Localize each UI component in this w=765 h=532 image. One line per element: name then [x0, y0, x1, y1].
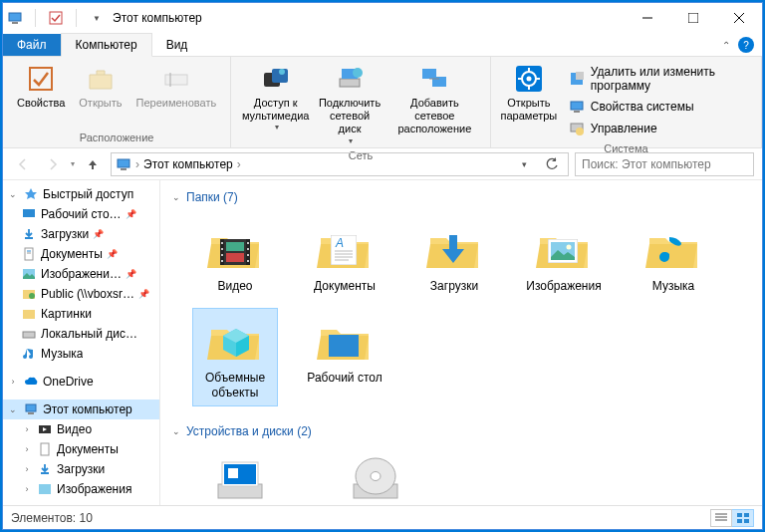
pin-icon: 📌 [126, 269, 136, 279]
tab-computer[interactable]: Компьютер [61, 33, 152, 57]
tab-file[interactable]: Файл [3, 34, 61, 56]
tree-this-pc[interactable]: ⌄Этот компьютер [3, 399, 159, 419]
folder-icon [21, 306, 37, 322]
separator [35, 9, 36, 27]
label: Открыть [79, 97, 122, 110]
manage-button[interactable]: Управление [565, 119, 749, 138]
drive-local[interactable] [192, 450, 288, 505]
cloud-icon [23, 374, 39, 390]
pin-icon: 📌 [107, 249, 118, 259]
folder-music[interactable]: Музыка [631, 216, 716, 300]
ribbon-group-system: Открыть параметры Удалить или изменить п… [491, 57, 762, 147]
close-button[interactable] [716, 3, 762, 33]
svg-point-56 [221, 260, 223, 262]
tree-downloads[interactable]: Загрузки📌 [3, 224, 159, 244]
expand-icon[interactable]: › [21, 424, 33, 434]
pin-icon: 📌 [138, 289, 149, 299]
label: Добавить сетевое расположение [393, 97, 476, 136]
media-access-button[interactable]: Доступ к мультимедиа▾ [239, 61, 312, 133]
help-icon[interactable]: ? [738, 37, 754, 53]
tree-desktop[interactable]: Рабочий сто…📌 [3, 204, 159, 224]
tree-public[interactable]: Public (\\vboxsr…📌 [3, 284, 159, 304]
up-button[interactable] [81, 152, 105, 176]
pc-icon [116, 156, 131, 172]
svg-rect-41 [23, 310, 35, 319]
expand-icon[interactable]: ⌄ [7, 189, 19, 199]
tree-pictures[interactable]: Картинки [3, 304, 159, 324]
folder-3d-objects[interactable]: Объемные объекты [192, 308, 278, 406]
document-icon [37, 441, 53, 457]
svg-rect-42 [23, 332, 35, 338]
map-drive-button[interactable]: Подключить сетевой диск▾ [314, 61, 385, 147]
svg-rect-46 [41, 443, 49, 455]
expand-icon[interactable]: › [21, 464, 33, 474]
refresh-button[interactable] [540, 152, 564, 176]
ribbon-collapse-icon[interactable]: ⌃ [722, 40, 730, 51]
breadcrumb[interactable]: › Этот компьютер › ▾ [111, 152, 569, 176]
svg-point-57 [247, 242, 249, 244]
qat-dropdown-icon[interactable]: ▼ [89, 10, 105, 26]
breadcrumb-dropdown-icon[interactable]: ▾ [512, 152, 536, 176]
recent-dropdown-icon[interactable]: ▾ [71, 159, 75, 168]
label: Документы [314, 279, 376, 293]
expand-icon[interactable]: › [7, 377, 19, 387]
svg-rect-51 [226, 242, 244, 251]
tree-video[interactable]: ›Видео [3, 419, 159, 439]
tree-quick-access[interactable]: ⌄ Быстрый доступ [3, 184, 159, 204]
tree-documents2[interactable]: ›Документы [3, 439, 159, 459]
folder-downloads[interactable]: Загрузки [411, 216, 497, 300]
download-icon [21, 226, 37, 242]
dropdown-icon: ▾ [275, 123, 279, 132]
tree-documents[interactable]: Документы📌 [3, 244, 159, 264]
expand-icon[interactable]: › [21, 444, 33, 454]
folder-video[interactable]: Видео [192, 216, 278, 300]
search-input[interactable]: Поиск: Этот компьютер [575, 152, 754, 176]
properties-button[interactable]: Свойства [11, 61, 71, 112]
folder-desktop[interactable]: Рабочий стол [302, 308, 387, 406]
label: Рабочий стол [307, 371, 382, 385]
minimize-button[interactable] [625, 3, 670, 33]
svg-point-21 [526, 77, 531, 82]
addressbar: ▾ › Этот компьютер › ▾ Поиск: Этот компь… [3, 148, 762, 180]
tree-images[interactable]: Изображени…📌 [3, 264, 159, 284]
folder-documents[interactable]: A Документы [302, 216, 387, 300]
open-settings-button[interactable]: Открыть параметры [499, 61, 559, 125]
tree-downloads2[interactable]: ›Загрузки [3, 459, 159, 479]
document-icon [21, 246, 37, 262]
expand-icon[interactable]: › [21, 484, 33, 494]
details-view-button[interactable] [710, 509, 732, 527]
icons-view-button[interactable] [732, 509, 754, 527]
tab-view[interactable]: Вид [152, 34, 202, 56]
add-network-location-button[interactable]: Добавить сетевое расположение [387, 61, 482, 138]
tree-onedrive[interactable]: ›OneDrive [3, 372, 159, 392]
expand-icon[interactable]: ⌄ [7, 404, 19, 414]
properties-icon[interactable] [48, 10, 64, 26]
group-label: Расположение [11, 130, 222, 145]
download-icon [37, 461, 53, 477]
forward-button [41, 152, 65, 176]
maximize-button[interactable] [670, 3, 716, 33]
label: Удалить или изменить программу [591, 65, 745, 93]
statusbar: Элементов: 10 [3, 505, 762, 529]
tree-music[interactable]: Музыка [3, 344, 159, 364]
folder-images[interactable]: Изображения [521, 216, 607, 300]
breadcrumb-segment[interactable]: Этот компьютер [143, 157, 233, 171]
search-placeholder: Поиск: Этот компьютер [582, 157, 711, 171]
chevron-right-icon[interactable]: › [237, 157, 241, 171]
drive-dvd[interactable] [328, 450, 423, 505]
body: ⌄ Быстрый доступ Рабочий сто…📌 Загрузки📌… [3, 180, 762, 505]
desktop-icon [21, 206, 37, 222]
label: Открыть параметры [501, 97, 558, 123]
tree-images2[interactable]: ›Изображения [3, 479, 159, 499]
svg-rect-29 [574, 111, 580, 113]
svg-rect-84 [744, 519, 749, 523]
tree-localdisk[interactable]: Локальный дис… [3, 324, 159, 344]
group-header-drives[interactable]: ⌄ Устройства и диски (2) [172, 420, 750, 442]
svg-rect-44 [28, 412, 34, 414]
content-pane: ⌄ Папки (7) Видео A Документы [160, 180, 762, 505]
chevron-right-icon[interactable]: › [135, 157, 139, 171]
group-header-folders[interactable]: ⌄ Папки (7) [172, 186, 750, 208]
pc-icon [23, 401, 39, 417]
uninstall-program-button[interactable]: Удалить или изменить программу [565, 63, 749, 95]
system-properties-button[interactable]: Свойства системы [565, 97, 749, 117]
